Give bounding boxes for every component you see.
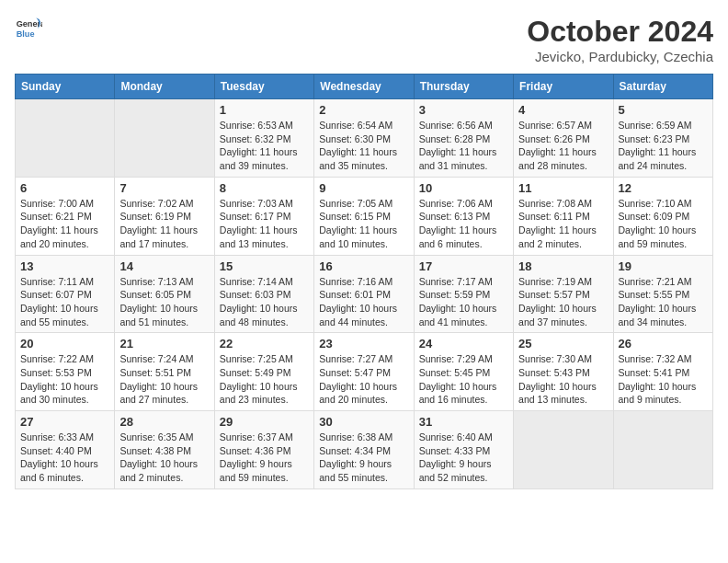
calendar-cell: 17Sunrise: 7:17 AMSunset: 5:59 PMDayligh… xyxy=(414,255,513,333)
calendar-cell: 6Sunrise: 7:00 AMSunset: 6:21 PMDaylight… xyxy=(16,177,115,255)
calendar-cell: 10Sunrise: 7:06 AMSunset: 6:13 PMDayligh… xyxy=(414,177,513,255)
day-info: Sunrise: 6:54 AMSunset: 6:30 PMDaylight:… xyxy=(319,119,408,173)
day-number: 14 xyxy=(119,259,209,273)
calendar-cell: 22Sunrise: 7:25 AMSunset: 5:49 PMDayligh… xyxy=(214,333,313,411)
day-number: 24 xyxy=(419,337,508,350)
day-number: 29 xyxy=(220,415,309,429)
day-info: Sunrise: 6:37 AMSunset: 4:36 PMDaylight:… xyxy=(220,431,309,485)
calendar-cell: 28Sunrise: 6:35 AMSunset: 4:38 PMDayligh… xyxy=(115,411,214,489)
day-number: 5 xyxy=(619,103,708,117)
calendar-cell: 15Sunrise: 7:14 AMSunset: 6:03 PMDayligh… xyxy=(214,255,313,333)
day-number: 18 xyxy=(518,259,608,273)
calendar-cell: 4Sunrise: 6:57 AMSunset: 6:26 PMDaylight… xyxy=(514,99,613,178)
day-number: 7 xyxy=(119,181,209,195)
day-number: 4 xyxy=(518,103,608,117)
title-block: October 2024 Jevicko, Pardubicky, Czechi… xyxy=(527,15,713,64)
calendar-cell xyxy=(613,411,712,489)
day-info: Sunrise: 7:14 AMSunset: 6:03 PMDaylight:… xyxy=(220,275,309,329)
calendar-cell: 26Sunrise: 7:32 AMSunset: 5:41 PMDayligh… xyxy=(613,333,712,411)
calendar-cell: 23Sunrise: 7:27 AMSunset: 5:47 PMDayligh… xyxy=(314,333,414,411)
day-info: Sunrise: 6:33 AMSunset: 4:40 PMDaylight:… xyxy=(20,431,109,485)
calendar-week-row: 13Sunrise: 7:11 AMSunset: 6:07 PMDayligh… xyxy=(16,255,713,333)
calendar-cell: 16Sunrise: 7:16 AMSunset: 6:01 PMDayligh… xyxy=(314,255,414,333)
calendar-day-header: Sunday xyxy=(16,75,115,99)
day-number: 8 xyxy=(220,181,309,195)
day-number: 20 xyxy=(20,337,109,350)
day-info: Sunrise: 7:29 AMSunset: 5:45 PMDaylight:… xyxy=(419,352,508,407)
calendar-cell: 3Sunrise: 6:56 AMSunset: 6:28 PMDaylight… xyxy=(414,99,513,178)
calendar-cell: 2Sunrise: 6:54 AMSunset: 6:30 PMDaylight… xyxy=(314,99,414,178)
day-number: 16 xyxy=(319,259,408,273)
day-info: Sunrise: 7:06 AMSunset: 6:13 PMDaylight:… xyxy=(419,197,508,251)
day-info: Sunrise: 7:02 AMSunset: 6:19 PMDaylight:… xyxy=(119,197,209,251)
day-info: Sunrise: 7:00 AMSunset: 6:21 PMDaylight:… xyxy=(20,197,109,251)
calendar-cell xyxy=(514,411,613,489)
calendar-cell: 12Sunrise: 7:10 AMSunset: 6:09 PMDayligh… xyxy=(613,177,712,255)
day-info: Sunrise: 7:05 AMSunset: 6:15 PMDaylight:… xyxy=(319,197,408,251)
calendar-cell: 21Sunrise: 7:24 AMSunset: 5:51 PMDayligh… xyxy=(115,333,214,411)
day-number: 2 xyxy=(319,103,408,117)
logo-icon: General Blue xyxy=(15,15,42,42)
page-subtitle: Jevicko, Pardubicky, Czechia xyxy=(527,49,713,64)
day-number: 1 xyxy=(220,103,309,117)
calendar-day-header: Thursday xyxy=(414,75,513,99)
day-number: 17 xyxy=(419,259,508,273)
day-info: Sunrise: 7:27 AMSunset: 5:47 PMDaylight:… xyxy=(319,352,408,407)
day-info: Sunrise: 7:19 AMSunset: 5:57 PMDaylight:… xyxy=(518,275,608,329)
calendar-cell: 7Sunrise: 7:02 AMSunset: 6:19 PMDaylight… xyxy=(115,177,214,255)
calendar-cell: 18Sunrise: 7:19 AMSunset: 5:57 PMDayligh… xyxy=(514,255,613,333)
day-info: Sunrise: 7:22 AMSunset: 5:53 PMDaylight:… xyxy=(20,352,109,407)
calendar-cell: 8Sunrise: 7:03 AMSunset: 6:17 PMDaylight… xyxy=(214,177,313,255)
day-info: Sunrise: 7:25 AMSunset: 5:49 PMDaylight:… xyxy=(220,352,309,407)
day-number: 27 xyxy=(20,415,109,429)
calendar-table: SundayMondayTuesdayWednesdayThursdayFrid… xyxy=(15,74,713,489)
day-info: Sunrise: 6:40 AMSunset: 4:33 PMDaylight:… xyxy=(419,431,508,485)
calendar-cell: 14Sunrise: 7:13 AMSunset: 6:05 PMDayligh… xyxy=(115,255,214,333)
day-info: Sunrise: 7:16 AMSunset: 6:01 PMDaylight:… xyxy=(319,275,408,329)
day-info: Sunrise: 7:21 AMSunset: 5:55 PMDaylight:… xyxy=(619,275,708,329)
day-number: 11 xyxy=(518,181,608,195)
day-number: 12 xyxy=(619,181,708,195)
day-number: 23 xyxy=(319,337,408,350)
day-number: 22 xyxy=(220,337,309,350)
day-info: Sunrise: 6:53 AMSunset: 6:32 PMDaylight:… xyxy=(220,119,309,173)
calendar-cell: 19Sunrise: 7:21 AMSunset: 5:55 PMDayligh… xyxy=(613,255,712,333)
calendar-cell xyxy=(16,99,115,178)
day-number: 3 xyxy=(419,103,508,117)
day-number: 15 xyxy=(220,259,309,273)
calendar-day-header: Saturday xyxy=(613,75,712,99)
day-info: Sunrise: 7:03 AMSunset: 6:17 PMDaylight:… xyxy=(220,197,309,251)
day-number: 25 xyxy=(518,337,608,350)
page-title: October 2024 xyxy=(527,15,713,49)
day-number: 19 xyxy=(619,259,708,273)
calendar-week-row: 6Sunrise: 7:00 AMSunset: 6:21 PMDaylight… xyxy=(16,177,713,255)
day-number: 10 xyxy=(419,181,508,195)
day-info: Sunrise: 7:13 AMSunset: 6:05 PMDaylight:… xyxy=(119,275,209,329)
day-number: 31 xyxy=(419,415,508,429)
day-number: 21 xyxy=(119,337,209,350)
page-header: General Blue October 2024 Jevicko, Pardu… xyxy=(15,15,713,64)
calendar-day-header: Friday xyxy=(514,75,613,99)
calendar-header-row: SundayMondayTuesdayWednesdayThursdayFrid… xyxy=(16,75,713,99)
day-info: Sunrise: 6:56 AMSunset: 6:28 PMDaylight:… xyxy=(419,119,508,173)
day-info: Sunrise: 6:59 AMSunset: 6:23 PMDaylight:… xyxy=(619,119,708,173)
day-info: Sunrise: 7:17 AMSunset: 5:59 PMDaylight:… xyxy=(419,275,508,329)
calendar-cell: 1Sunrise: 6:53 AMSunset: 6:32 PMDaylight… xyxy=(214,99,313,178)
calendar-day-header: Wednesday xyxy=(314,75,414,99)
calendar-cell: 29Sunrise: 6:37 AMSunset: 4:36 PMDayligh… xyxy=(214,411,313,489)
day-number: 26 xyxy=(619,337,708,350)
logo: General Blue xyxy=(15,15,46,42)
calendar-cell: 20Sunrise: 7:22 AMSunset: 5:53 PMDayligh… xyxy=(16,333,115,411)
day-number: 9 xyxy=(319,181,408,195)
day-info: Sunrise: 7:30 AMSunset: 5:43 PMDaylight:… xyxy=(518,352,608,407)
calendar-day-header: Tuesday xyxy=(214,75,313,99)
calendar-cell: 31Sunrise: 6:40 AMSunset: 4:33 PMDayligh… xyxy=(414,411,513,489)
calendar-week-row: 27Sunrise: 6:33 AMSunset: 4:40 PMDayligh… xyxy=(16,411,713,489)
day-info: Sunrise: 7:32 AMSunset: 5:41 PMDaylight:… xyxy=(619,352,708,407)
day-number: 13 xyxy=(20,259,109,273)
calendar-cell: 5Sunrise: 6:59 AMSunset: 6:23 PMDaylight… xyxy=(613,99,712,178)
calendar-cell xyxy=(115,99,214,178)
calendar-cell: 13Sunrise: 7:11 AMSunset: 6:07 PMDayligh… xyxy=(16,255,115,333)
calendar-cell: 9Sunrise: 7:05 AMSunset: 6:15 PMDaylight… xyxy=(314,177,414,255)
calendar-cell: 24Sunrise: 7:29 AMSunset: 5:45 PMDayligh… xyxy=(414,333,513,411)
